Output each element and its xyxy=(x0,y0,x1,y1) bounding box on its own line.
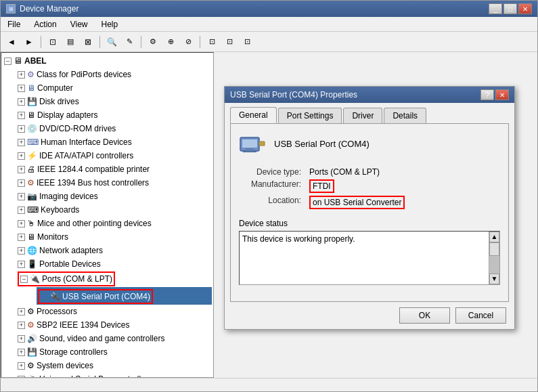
expand-network[interactable]: + xyxy=(18,247,25,255)
toolbar-btn-6[interactable]: ⚙ xyxy=(145,35,161,49)
expand-sbp2[interactable]: + xyxy=(18,322,25,329)
dialog-close-button[interactable]: ✕ xyxy=(495,89,509,100)
tree-item-computer[interactable]: + 🖥 Computer xyxy=(16,81,212,95)
tree-item-hid[interactable]: + ⌨ Human Interface Devices xyxy=(16,135,212,149)
scrollbar-thumb[interactable] xyxy=(489,242,499,256)
tree-item-usbserial[interactable]: 🔌 USB Serial Port (COM4) xyxy=(37,287,212,305)
menu-action[interactable]: Action xyxy=(30,18,60,30)
close-button[interactable]: ✕ xyxy=(518,3,532,14)
tree-item-portable[interactable]: + 📱 Portable Devices xyxy=(16,257,212,271)
manufacturer-value: FTDI xyxy=(307,178,500,194)
expand-processors[interactable]: + xyxy=(18,308,25,315)
content-area: – 🖥 ABEL + ⚙ Class for PdiPorts devices xyxy=(1,52,537,378)
dialog-help-button[interactable]: ? xyxy=(480,89,494,100)
toolbar: ◄ ► ⊡ ▤ ⊠ 🔍 ✎ ⚙ ⊕ ⊘ ⊡ ⊡ ⊡ xyxy=(1,32,537,52)
toolbar-btn-11[interactable]: ⊡ xyxy=(239,35,255,49)
tree-item-network[interactable]: + 🌐 Network adapters xyxy=(16,244,212,257)
expand-sound[interactable]: + xyxy=(18,335,25,343)
tree-item-mice-label: Mice and other pointing devices xyxy=(37,217,152,230)
status-bar xyxy=(1,378,537,391)
toolbar-btn-8[interactable]: ⊘ xyxy=(180,35,196,49)
tree-item-keyboards[interactable]: + ⌨ Keyboards xyxy=(16,203,212,217)
toolbar-sep-1 xyxy=(41,36,41,48)
tree-item-display[interactable]: + 🖥 Display adapters xyxy=(16,108,212,122)
toolbar-btn-1[interactable]: ⊡ xyxy=(45,35,61,49)
expand-ports[interactable]: – xyxy=(20,276,28,283)
tree-item-imaging[interactable]: + 📷 Imaging devices xyxy=(16,190,212,203)
tree-item-sound[interactable]: + 🔊 Sound, video and game controllers xyxy=(16,332,212,345)
tree-item-usb[interactable]: + 🔌 Universal Serial Bus controllers xyxy=(16,372,212,378)
scrollbar-up-button[interactable]: ▲ xyxy=(489,232,499,242)
expand-storage[interactable]: + xyxy=(18,349,25,356)
expand-ieee1394[interactable]: + xyxy=(18,179,25,187)
toolbar-btn-10[interactable]: ⊡ xyxy=(221,35,238,49)
tree-item-root[interactable]: – 🖥 ABEL xyxy=(3,54,212,68)
tree-item-processors[interactable]: + ⚙ Processors xyxy=(16,305,212,318)
expand-imaging[interactable]: + xyxy=(18,193,25,200)
expand-portable[interactable]: + xyxy=(18,261,25,268)
expand-computer[interactable]: + xyxy=(18,85,25,92)
tree-root: – 🖥 ABEL + ⚙ Class for PdiPorts devices xyxy=(3,54,212,378)
toolbar-back[interactable]: ◄ xyxy=(3,35,20,49)
sub-tree-ports: 🔌 USB Serial Port (COM4) xyxy=(16,287,212,305)
scrollbar-down-button[interactable]: ▼ xyxy=(489,274,499,284)
toolbar-btn-4[interactable]: 🔍 xyxy=(104,35,120,49)
toolbar-btn-5[interactable]: ✎ xyxy=(121,35,137,49)
tree-item-ieee1284[interactable]: + 🖨 IEEE 1284.4 compatible printer xyxy=(16,162,212,176)
expand-classpdi[interactable]: + xyxy=(18,71,25,79)
tree-item-monitors[interactable]: + 🖥 Monitors xyxy=(16,230,212,244)
toolbar-btn-7[interactable]: ⊕ xyxy=(162,35,179,49)
expand-mice[interactable]: + xyxy=(18,220,25,227)
toolbar-sep-3 xyxy=(141,36,141,48)
toolbar-btn-2[interactable]: ▤ xyxy=(62,35,79,49)
tree-item-system[interactable]: + ⚙ System devices xyxy=(16,359,212,372)
expand-display[interactable]: + xyxy=(18,112,25,119)
menu-file[interactable]: File xyxy=(3,18,24,30)
expand-system[interactable]: + xyxy=(18,362,25,370)
tab-general[interactable]: General xyxy=(230,107,277,123)
expand-usb[interactable]: + xyxy=(18,376,25,378)
tree-item-sbp2[interactable]: + ⚙ SBP2 IEEE 1394 Devices xyxy=(16,318,212,332)
location-value: on USB Serial Converter xyxy=(307,194,500,211)
device-status-text: This device is working properly. xyxy=(242,234,355,244)
tree-item-sound-label: Sound, video and game controllers xyxy=(39,332,164,345)
device-tree[interactable]: – 🖥 ABEL + ⚙ Class for PdiPorts devices xyxy=(1,52,214,378)
window-title: Device Manager xyxy=(20,4,79,14)
toolbar-forward[interactable]: ► xyxy=(21,35,37,49)
menu-bar: File Action View Help xyxy=(1,17,537,32)
expand-keyboards[interactable]: + xyxy=(18,206,25,214)
tab-port-settings[interactable]: Port Settings xyxy=(278,108,342,123)
tree-item-disk[interactable]: + 💾 Disk drives xyxy=(16,95,212,108)
props-row-location: Location: on USB Serial Converter xyxy=(239,194,500,211)
cancel-button[interactable]: Cancel xyxy=(455,307,506,324)
expand-hid[interactable]: + xyxy=(18,139,25,146)
device-status-label: Device status xyxy=(239,219,500,228)
minimize-button[interactable]: _ xyxy=(489,3,502,14)
expand-monitors[interactable]: + xyxy=(18,234,25,241)
tree-item-ports-label: Ports (COM & LPT) xyxy=(42,273,112,285)
dialog-title-controls: ? ✕ xyxy=(480,89,509,100)
tree-item-mice[interactable]: + 🖱 Mice and other pointing devices xyxy=(16,217,212,230)
toolbar-btn-3[interactable]: ⊠ xyxy=(80,35,96,49)
tree-item-classpdi[interactable]: + ⚙ Class for PdiPorts devices xyxy=(16,68,212,81)
expand-disk[interactable]: + xyxy=(18,98,25,106)
menu-view[interactable]: View xyxy=(66,18,92,30)
tree-item-dvd[interactable]: + 💿 DVD/CD-ROM drives xyxy=(16,122,212,135)
tab-driver[interactable]: Driver xyxy=(343,108,382,123)
svg-rect-3 xyxy=(243,151,256,152)
expand-root[interactable]: – xyxy=(4,58,12,65)
tree-item-ieee1394[interactable]: + ⚙ IEEE 1394 Bus host controllers xyxy=(16,176,212,190)
expand-ide[interactable]: + xyxy=(18,152,25,160)
tree-item-ports[interactable]: – 🔌 Ports (COM & LPT) xyxy=(16,271,212,287)
tab-details[interactable]: Details xyxy=(384,108,426,123)
tree-item-storage[interactable]: + 💾 Storage controllers xyxy=(16,345,212,359)
expand-dvd[interactable]: + xyxy=(18,125,25,133)
app-icon: ⊞ xyxy=(6,4,16,14)
tree-item-ide[interactable]: + ⚡ IDE ATA/ATAPI controllers xyxy=(16,149,212,162)
toolbar-btn-9[interactable]: ⊡ xyxy=(204,35,220,49)
menu-help[interactable]: Help xyxy=(97,18,122,30)
tree-item-display-label: Display adapters xyxy=(37,109,97,121)
ok-button[interactable]: OK xyxy=(399,307,450,324)
expand-ieee1284[interactable]: + xyxy=(18,166,25,173)
maximize-button[interactable]: □ xyxy=(503,3,517,14)
